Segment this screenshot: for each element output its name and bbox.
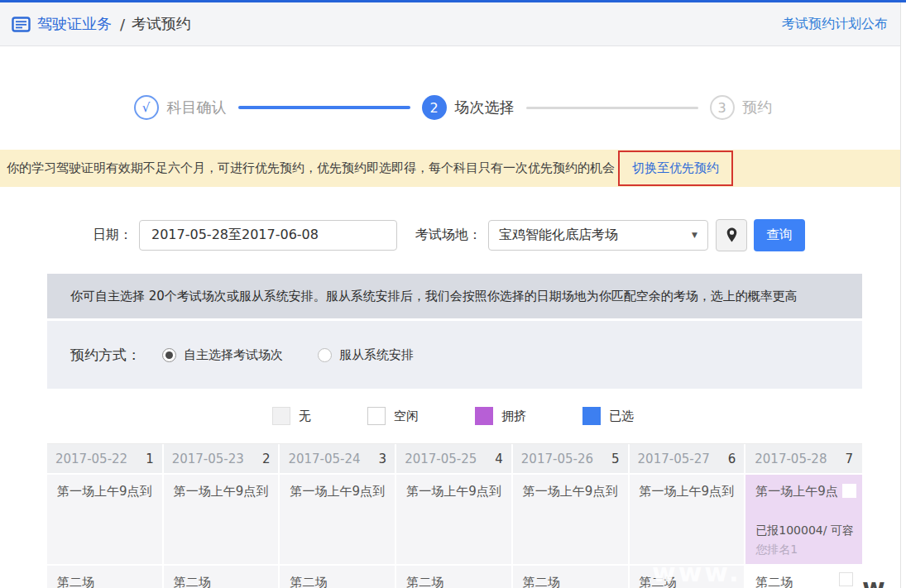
legend-swatch-2 (367, 407, 386, 425)
calendar-date-header-4: 2017-05-254 (396, 444, 513, 475)
header-date: 2017-05-23 (172, 452, 244, 466)
filter-row: 日期： 考试场地： 宝鸡智能化底店考场 ▼ 查询 (0, 219, 906, 251)
session-cell-text: 第一场上午9点到 (290, 484, 385, 499)
step-label-2: 场次选择 (455, 98, 515, 117)
session-calendar: 2017-05-2212017-05-2322017-05-2432017-05… (47, 443, 862, 588)
session-cell-text: 第二场 (57, 575, 94, 588)
date-label: 日期： (93, 227, 132, 244)
radio-option-label: 自主选择考试场次 (184, 347, 283, 363)
header-day-number: 1 (146, 452, 154, 466)
header-day-number: 5 (611, 452, 620, 466)
calendar-header-row: 2017-05-2212017-05-2322017-05-2432017-05… (47, 443, 862, 475)
watermark-fragment: w (862, 573, 885, 588)
notice-text: 你的学习驾驶证明有效期不足六个月，可进行优先预约，优先预约即选即得，每个科目只有… (7, 160, 615, 176)
annotation-red-box: 切换至优先预约 (618, 151, 733, 186)
header-day-number: 7 (845, 452, 853, 466)
step-connector-2 (526, 107, 698, 109)
calendar-date-header-6: 2017-05-276 (630, 444, 746, 475)
priority-booking-notice: 你的学习驾驶证明有效期不足六个月，可进行优先预约，优先预约即选即得，每个科目只有… (0, 150, 900, 187)
header-day-number: 2 (262, 452, 271, 466)
legend-item-2: 空闲 (367, 407, 419, 425)
location-pin-icon (726, 227, 737, 242)
session-cell-session-1-day4: 第一场上午9点到 (396, 475, 513, 566)
session-cell-text: 第一场上午9点到 (174, 484, 269, 499)
session-cell-text: 第一场上午9点到 (640, 484, 735, 499)
availability-legend: 无空闲拥挤已选 (0, 389, 906, 443)
session-cell-text: 第一场上午9点到 (523, 484, 618, 499)
exam-plan-announcement-link[interactable]: 考试预约计划公布 (782, 16, 888, 33)
venue-label: 考试场地： (415, 227, 482, 244)
legend-label: 已选 (609, 409, 634, 424)
calendar-date-header-2: 2017-05-232 (164, 444, 280, 475)
legend-label: 空闲 (394, 409, 419, 424)
legend-swatch-4 (582, 407, 601, 425)
date-range-input[interactable] (139, 220, 397, 251)
session-cell-text: 第二场 (640, 575, 677, 588)
session-cell-session-2-day1: 第二场 (47, 566, 164, 588)
session-cell-session-2-day4: 第二场 (396, 566, 513, 588)
session-cell-session-1-day5: 第一场上午9点到 (513, 475, 630, 566)
legend-swatch-3 (475, 407, 493, 425)
session-cell-text: 第二场 (406, 575, 443, 588)
legend-label: 无 (299, 409, 311, 424)
session-cell-session-1-day3: 第一场上午9点到 (280, 475, 396, 566)
venue-select[interactable]: 宝鸡智能化底店考场 ▼ (488, 220, 708, 251)
breadcrumb-separator: / (120, 16, 125, 33)
session-cell-text: 第二场 (755, 575, 793, 588)
dropdown-caret-icon: ▼ (692, 231, 697, 239)
radio-selected-icon[interactable] (162, 348, 176, 362)
your-rank: 您排名1 (755, 543, 854, 557)
radio-option-label: 服从系统安排 (339, 347, 414, 363)
session-cell-session-1-day7[interactable]: 第一场上午9点已报100004/ 可容您排名1 (745, 475, 862, 566)
session-cell-session-1-day2: 第一场上午9点到 (164, 475, 280, 566)
search-button[interactable]: 查询 (754, 219, 805, 251)
venue-selected-value: 宝鸡智能化底店考场 (499, 227, 618, 244)
booking-mode-option-1[interactable]: 自主选择考试场次 (162, 347, 283, 363)
legend-item-1: 无 (272, 407, 311, 425)
app-header: 驾驶证业务 / 考试预约 考试预约计划公布 (0, 2, 906, 46)
session-checkbox[interactable] (842, 484, 856, 498)
switch-to-priority-link[interactable]: 切换至优先预约 (632, 160, 719, 176)
session-cell-text: 第一场上午9点 (755, 484, 838, 499)
session-cell-text: 第二场 (290, 575, 327, 588)
step-circle-2: 2 (422, 95, 447, 120)
enrolled-count: 已报100004/ 可容 (755, 523, 854, 538)
calendar-row-session-2: 第二场第二场第二场第二场第二场第二场第二场 (47, 566, 862, 588)
header-day-number: 3 (379, 452, 387, 466)
legend-item-3: 拥挤 (475, 407, 526, 425)
booking-mode-option-2[interactable]: 服从系统安排 (318, 347, 414, 363)
header-date: 2017-05-24 (288, 452, 360, 466)
session-cell-session-2-day2: 第二场 (164, 566, 280, 588)
header-day-number: 4 (495, 452, 503, 466)
breadcrumb-exam-booking: 考试预约 (132, 14, 191, 34)
session-cell-session-1-day1: 第一场上午9点到 (47, 475, 164, 566)
session-cell-session-2-day3: 第二场 (280, 566, 396, 588)
scrollbar-track[interactable] (900, 2, 906, 588)
step-connector-1 (238, 106, 410, 109)
booking-mode-options: 自主选择考试场次服从系统安排 (162, 347, 448, 363)
header-date: 2017-05-27 (638, 452, 710, 466)
progress-stepper: √科目确认2场次选择3预约 (0, 81, 906, 134)
session-checkbox[interactable] (839, 572, 853, 586)
breadcrumb-license-business[interactable]: 驾驶证业务 (37, 14, 112, 34)
calendar-body: 第一场上午9点到第一场上午9点到第一场上午9点到第一场上午9点到第一场上午9点到… (47, 475, 862, 588)
license-business-icon (12, 17, 31, 32)
header-date: 2017-05-22 (55, 452, 127, 466)
booking-mode-label: 预约方式： (70, 346, 141, 365)
calendar-date-header-3: 2017-05-243 (280, 444, 396, 475)
session-cell-text: 第二场 (523, 575, 560, 588)
legend-swatch-1 (272, 407, 290, 425)
map-location-button[interactable] (716, 219, 747, 251)
header-date: 2017-05-28 (755, 452, 827, 466)
header-date: 2017-05-25 (405, 452, 477, 466)
session-cell-session-1-day6: 第一场上午9点到 (630, 475, 746, 566)
session-cell-text: 第二场 (174, 575, 211, 588)
radio-unselected-icon[interactable] (318, 348, 332, 362)
calendar-row-session-1: 第一场上午9点到第一场上午9点到第一场上午9点到第一场上午9点到第一场上午9点到… (47, 475, 862, 566)
step-label-3: 预约 (743, 98, 773, 117)
calendar-date-header-5: 2017-05-265 (513, 444, 630, 475)
header-date: 2017-05-26 (521, 452, 593, 466)
legend-label: 拥挤 (501, 409, 526, 424)
legend-item-4: 已选 (582, 407, 634, 425)
session-cell-session-2-day7[interactable]: 第二场 (745, 566, 862, 588)
